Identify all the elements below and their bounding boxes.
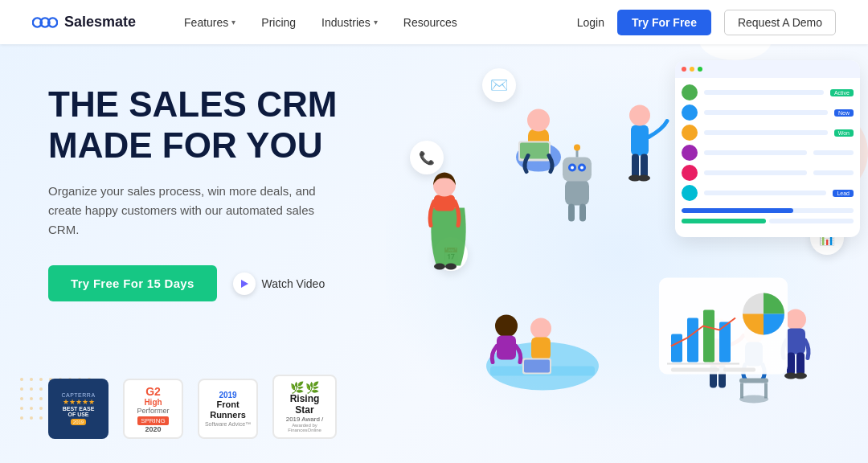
hero-title: THE SALES CRM MADE FOR YOU bbox=[48, 84, 346, 166]
hero-left: THE SALES CRM MADE FOR YOU Organize your… bbox=[0, 44, 386, 463]
badges-row: capterra ★★★★★ Best Ease Of Use 2019 G2 … bbox=[48, 375, 346, 439]
logo-area[interactable]: Salesmate bbox=[32, 14, 136, 31]
nav-resources[interactable]: Resources bbox=[403, 16, 457, 29]
hero-cta-group: Try Free For 15 Days Watch Video bbox=[48, 265, 346, 301]
play-icon bbox=[233, 272, 256, 295]
hero-subtitle: Organize your sales process, win more de… bbox=[48, 182, 338, 240]
panel-row bbox=[682, 165, 854, 181]
login-button[interactable]: Login bbox=[577, 16, 604, 29]
nav-industries[interactable]: Industries ▾ bbox=[321, 16, 378, 29]
hero-section: THE SALES CRM MADE FOR YOU Organize your… bbox=[0, 44, 868, 463]
nav-pricing[interactable]: Pricing bbox=[261, 16, 296, 29]
panel-row: Lead bbox=[682, 185, 854, 201]
salesmate-logo-icon bbox=[32, 14, 58, 31]
hero-right: ✉️ 📞 📅 📊 Active bbox=[386, 44, 868, 463]
nav-features[interactable]: Features ▾ bbox=[184, 16, 235, 29]
deco-circle-top bbox=[699, 44, 772, 60]
panel-row: Active bbox=[682, 84, 854, 100]
chevron-down-icon-industries: ▾ bbox=[374, 18, 378, 27]
g2-badge: G2 High Performer SPRING 2020 bbox=[123, 379, 183, 439]
brand-name: Salesmate bbox=[64, 14, 136, 31]
calendar-icon-bubble: 📅 bbox=[434, 237, 468, 271]
nav-right: Login Try For Free Request A Demo bbox=[577, 10, 836, 35]
navbar: Salesmate Features ▾ Pricing Industries … bbox=[0, 0, 868, 44]
panel-row: Won bbox=[682, 125, 854, 141]
panel-header bbox=[675, 60, 860, 78]
chevron-down-icon: ▾ bbox=[231, 18, 235, 27]
panel-row bbox=[682, 145, 854, 161]
panel-body: Active New Won bbox=[675, 78, 860, 230]
rising-star-badge: 🌿🌿 RisingStar 2019 Award / Awarded by Fi… bbox=[272, 375, 337, 439]
request-demo-button[interactable]: Request A Demo bbox=[724, 10, 836, 35]
panel-row: New bbox=[682, 104, 854, 121]
try-free-15days-button[interactable]: Try Free For 15 Days bbox=[48, 265, 217, 301]
try-for-free-button[interactable]: Try For Free bbox=[617, 10, 711, 35]
crm-dashboard-panel: Active New Won bbox=[675, 60, 860, 237]
capterra-badge: capterra ★★★★★ Best Ease Of Use 2019 bbox=[48, 379, 108, 439]
frontrunners-badge: 2019 FrontRunners Software Advice™ bbox=[198, 379, 258, 439]
phone-icon-bubble: 📞 bbox=[410, 141, 444, 174]
watch-video-button[interactable]: Watch Video bbox=[233, 272, 326, 295]
email-icon-bubble: ✉️ bbox=[482, 68, 516, 102]
nav-links: Features ▾ Pricing Industries ▾ Resource… bbox=[184, 16, 577, 29]
